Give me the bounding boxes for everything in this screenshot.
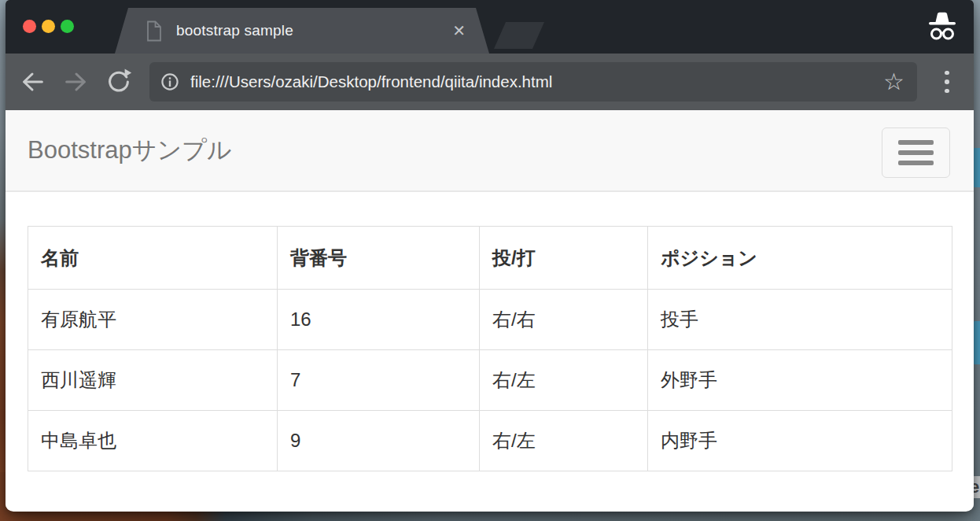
- navbar-toggle-button[interactable]: [882, 127, 950, 178]
- table-header-row: 名前 背番号 投/打 ポジション: [28, 227, 952, 290]
- menu-dot: [945, 71, 949, 76]
- players-table: 名前 背番号 投/打 ポジション 有原航平 16 右/右 投手 西川遥輝 7 右…: [28, 226, 952, 471]
- reload-button[interactable]: [103, 66, 134, 98]
- navbar-brand: Bootstrapサンプル: [28, 134, 232, 167]
- tab-strip: bootstrap sample ✕: [6, 0, 974, 54]
- cell-throwbat: 右/左: [480, 350, 648, 411]
- page-file-icon: [146, 20, 162, 42]
- browser-tab[interactable]: bootstrap sample ✕: [115, 8, 489, 54]
- cell-position: 投手: [648, 290, 952, 350]
- column-header-throwbat: 投/打: [480, 227, 648, 290]
- column-header-number: 背番号: [278, 227, 480, 290]
- browser-toolbar: file:///Users/ozaki/Desktop/frontend/qii…: [6, 54, 974, 110]
- cell-throwbat: 右/右: [480, 290, 648, 350]
- menu-dot: [945, 89, 949, 94]
- cell-number: 16: [278, 290, 480, 350]
- cell-name: 西川遥輝: [28, 350, 278, 411]
- browser-menu-button[interactable]: [938, 66, 956, 98]
- bookmark-star-icon[interactable]: ☆: [883, 70, 904, 94]
- column-header-position: ポジション: [648, 227, 952, 290]
- window-controls: [23, 20, 74, 33]
- table-row: 中島卓也 9 右/左 内野手: [28, 411, 952, 471]
- tab-title: bootstrap sample: [176, 22, 452, 39]
- page-content: 名前 背番号 投/打 ポジション 有原航平 16 右/右 投手 西川遥輝 7 右…: [6, 192, 974, 510]
- incognito-icon: [925, 9, 960, 44]
- cell-name: 中島卓也: [28, 411, 278, 471]
- tab-close-icon[interactable]: ✕: [452, 23, 466, 39]
- cell-position: 内野手: [648, 411, 952, 471]
- site-navbar: Bootstrapサンプル: [6, 110, 974, 192]
- url-bar[interactable]: file:///Users/ozaki/Desktop/frontend/qii…: [149, 62, 917, 102]
- cell-number: 9: [278, 411, 480, 471]
- back-button[interactable]: [17, 66, 48, 98]
- table-row: 西川遥輝 7 右/左 外野手: [28, 350, 952, 411]
- window-close-button[interactable]: [23, 20, 36, 33]
- new-tab-button[interactable]: [494, 22, 544, 49]
- hamburger-bar: [898, 150, 934, 155]
- hamburger-bar: [898, 140, 934, 145]
- menu-dot: [945, 79, 949, 84]
- forward-button[interactable]: [61, 66, 92, 98]
- cell-position: 外野手: [648, 350, 952, 411]
- page-info-icon[interactable]: [160, 72, 179, 91]
- table-row: 有原航平 16 右/右 投手: [28, 290, 952, 350]
- column-header-name: 名前: [28, 227, 278, 290]
- hamburger-bar: [898, 161, 934, 165]
- cell-throwbat: 右/左: [480, 411, 648, 471]
- window-minimize-button[interactable]: [42, 20, 55, 33]
- url-text: file:///Users/ozaki/Desktop/frontend/qii…: [190, 72, 883, 91]
- browser-window: bootstrap sample ✕: [6, 0, 974, 512]
- cell-name: 有原航平: [28, 290, 278, 350]
- window-zoom-button[interactable]: [61, 20, 74, 33]
- cell-number: 7: [278, 350, 480, 411]
